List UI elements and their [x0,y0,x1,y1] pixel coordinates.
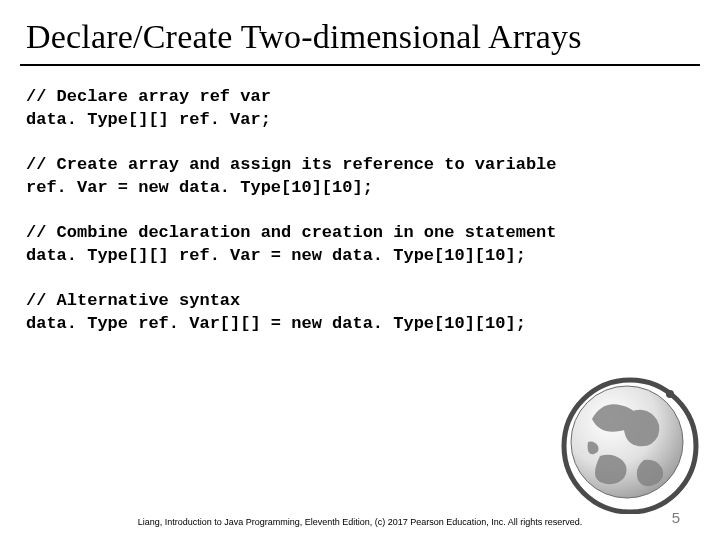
code-line: data. Type[][] ref. Var; [26,110,271,129]
code-block-3: // Combine declaration and creation in o… [26,222,694,268]
slide-body: // Declare array ref var data. Type[][] … [0,66,720,336]
code-block-1: // Declare array ref var data. Type[][] … [26,86,694,132]
code-comment: // Alternative syntax [26,291,240,310]
svg-point-1 [571,386,683,498]
code-line: data. Type ref. Var[][] = new data. Type… [26,314,526,333]
page-number: 5 [672,509,680,526]
footer-copyright: Liang, Introduction to Java Programming,… [0,517,720,528]
code-comment: // Declare array ref var [26,87,271,106]
spacer [26,200,694,222]
code-line: ref. Var = new data. Type[10][10]; [26,178,373,197]
code-comment: // Combine declaration and creation in o… [26,223,557,242]
code-block-4: // Alternative syntax data. Type ref. Va… [26,290,694,336]
slide-title: Declare/Create Two-dimensional Arrays [0,0,720,62]
code-block-2: // Create array and assign its reference… [26,154,694,200]
slide: Declare/Create Two-dimensional Arrays //… [0,0,720,540]
globe-icon [552,364,702,514]
code-comment: // Create array and assign its reference… [26,155,557,174]
spacer [26,132,694,154]
svg-point-2 [666,390,674,398]
spacer [26,268,694,290]
code-line: data. Type[][] ref. Var = new data. Type… [26,246,526,265]
